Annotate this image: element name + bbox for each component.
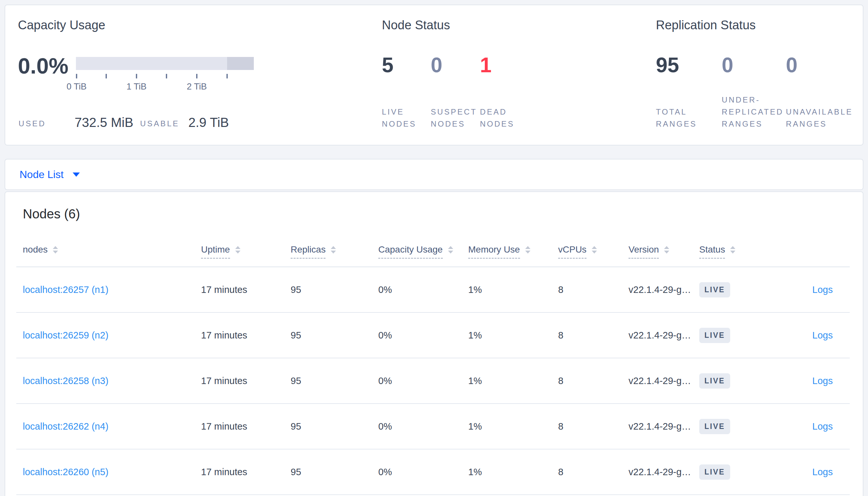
- axis-tick-label: 1 TiB: [126, 82, 147, 92]
- chevron-down-icon: [73, 172, 80, 177]
- summary-card: Capacity Usage 0.0% 0 TiB 1 TiB 2 TiB: [4, 4, 864, 145]
- column-header-label: Version: [629, 244, 659, 259]
- usable-label: USABLE: [140, 119, 180, 128]
- column-header-label: Uptime: [201, 244, 230, 259]
- column-header-label: nodes: [23, 244, 48, 258]
- stat-label: TOTAL RANGES: [656, 106, 722, 130]
- capacity-used-row: USED 732.5 MiB USABLE 2.9 TiB: [18, 114, 266, 134]
- replicas-cell: 95: [290, 284, 378, 295]
- logs-cell: Logs: [772, 467, 851, 478]
- table-row: localhost:26259 (n2) 17 minutes 95 0% 1%…: [16, 313, 850, 358]
- node-status-stat: 1 DEAD NODES: [480, 53, 539, 130]
- logs-cell: Logs: [772, 421, 851, 432]
- memory-use-cell: 1%: [468, 330, 558, 341]
- vcpus-cell: 8: [558, 376, 629, 386]
- capacity-usage-cell: 0%: [378, 376, 468, 386]
- node-cell: localhost:26257 (n1): [16, 284, 201, 295]
- status-badge: LIVE: [699, 419, 730, 434]
- node-link[interactable]: localhost:26262 (n4): [23, 421, 108, 432]
- logs-link[interactable]: Logs: [812, 467, 833, 477]
- column-header-label: Capacity Usage: [378, 244, 443, 259]
- logs-link[interactable]: Logs: [812, 330, 833, 340]
- nodes-table-card: Nodes (6) nodes Uptime Replicas Capacity…: [4, 191, 864, 496]
- replicas-cell: 95: [290, 467, 378, 478]
- nodes-section-title: Nodes (6): [23, 206, 850, 221]
- capacity-bar-track: [76, 57, 254, 70]
- replication-status-title: Replication Status: [656, 18, 755, 32]
- column-header[interactable]: Capacity Usage: [378, 244, 468, 259]
- axis-tick: [226, 74, 228, 78]
- uptime-cell: 17 minutes: [201, 376, 290, 386]
- replication-stat: 0 UNAVAILABLE RANGES: [786, 53, 858, 130]
- stat-value: 0: [431, 53, 480, 77]
- stat-label: SUSPECT NODES: [431, 106, 480, 130]
- capacity-usage-cell: 0%: [378, 421, 468, 432]
- node-cell: localhost:26258 (n3): [16, 376, 201, 386]
- sort-icon: [235, 246, 240, 253]
- vcpus-cell: 8: [558, 421, 629, 432]
- column-header-label: Replicas: [290, 244, 326, 259]
- node-status-stat: 5 LIVE NODES: [382, 53, 431, 130]
- capacity-usage-cell: 0%: [378, 467, 468, 478]
- node-cell: localhost:26260 (n5): [16, 467, 201, 478]
- capacity-bar-chart: 0 TiB 1 TiB 2 TiB: [76, 57, 254, 155]
- node-status-title: Node Status: [382, 18, 450, 32]
- logs-link[interactable]: Logs: [812, 421, 833, 432]
- stat-value: 95: [656, 53, 722, 77]
- capacity-axis-labels: 0 TiB 1 TiB 2 TiB: [76, 82, 254, 93]
- capacity-usage-title: Capacity Usage: [18, 18, 105, 32]
- stat-label: DEAD NODES: [480, 106, 539, 130]
- node-link[interactable]: localhost:26259 (n2): [23, 330, 108, 340]
- node-cell: localhost:26259 (n2): [16, 330, 201, 341]
- capacity-usage-cell: 0%: [378, 330, 468, 341]
- stat-value: 1: [480, 53, 539, 77]
- logs-link[interactable]: Logs: [812, 284, 833, 295]
- node-link[interactable]: localhost:26258 (n3): [23, 376, 108, 386]
- memory-use-cell: 1%: [468, 421, 558, 432]
- status-cell: LIVE: [699, 328, 772, 343]
- status-badge: LIVE: [699, 282, 730, 297]
- memory-use-cell: 1%: [468, 376, 558, 386]
- table-body: localhost:26257 (n1) 17 minutes 95 0% 1%…: [16, 267, 850, 495]
- column-header[interactable]: vCPUs: [558, 244, 629, 259]
- replication-status-panel: Replication Status 95 TOTAL RANGES 0 UND…: [656, 5, 858, 145]
- sort-icon: [664, 246, 669, 253]
- logs-link[interactable]: Logs: [812, 376, 833, 386]
- sort-icon: [525, 246, 530, 253]
- axis-tick: [76, 74, 77, 78]
- version-cell: v22.1.4-29-g…: [629, 467, 699, 478]
- logs-cell: Logs: [772, 330, 851, 341]
- replicas-cell: 95: [290, 330, 378, 341]
- column-header[interactable]: Replicas: [290, 244, 378, 259]
- node-link[interactable]: localhost:26257 (n1): [23, 284, 108, 295]
- node-cell: localhost:26262 (n4): [16, 421, 201, 432]
- table-row: localhost:26257 (n1) 17 minutes 95 0% 1%…: [16, 267, 850, 313]
- node-link[interactable]: localhost:26260 (n5): [23, 467, 108, 477]
- uptime-cell: 17 minutes: [201, 330, 290, 341]
- sort-icon: [53, 246, 58, 253]
- column-header[interactable]: Status: [699, 244, 772, 259]
- axis-tick-label: 2 TiB: [187, 82, 207, 92]
- column-header-label: vCPUs: [558, 244, 586, 259]
- capacity-usage-cell: 0%: [378, 284, 468, 295]
- column-header-label: Status: [699, 244, 725, 259]
- stat-label: LIVE NODES: [382, 106, 431, 130]
- view-selector[interactable]: Node List: [19, 169, 63, 181]
- axis-tick: [136, 74, 137, 78]
- column-header[interactable]: Uptime: [201, 244, 290, 259]
- capacity-bar-reserved-segment: [227, 57, 254, 70]
- column-header[interactable]: Version: [629, 244, 699, 259]
- capacity-usage-panel: Capacity Usage 0.0% 0 TiB 1 TiB 2 TiB: [18, 5, 376, 145]
- memory-use-cell: 1%: [468, 467, 558, 478]
- stat-label: UNAVAILABLE RANGES: [786, 106, 858, 130]
- memory-use-cell: 1%: [468, 284, 558, 295]
- used-value: 732.5 MiB: [75, 114, 133, 131]
- column-header[interactable]: Memory Use: [468, 244, 558, 259]
- vcpus-cell: 8: [558, 330, 629, 341]
- axis-tick: [106, 74, 107, 78]
- sort-icon: [592, 246, 597, 253]
- stat-label: UNDER- REPLICATED RANGES: [722, 94, 786, 130]
- stat-value: 5: [382, 53, 431, 77]
- table-row: localhost:26258 (n3) 17 minutes 95 0% 1%…: [16, 358, 850, 404]
- column-header[interactable]: nodes: [16, 244, 201, 258]
